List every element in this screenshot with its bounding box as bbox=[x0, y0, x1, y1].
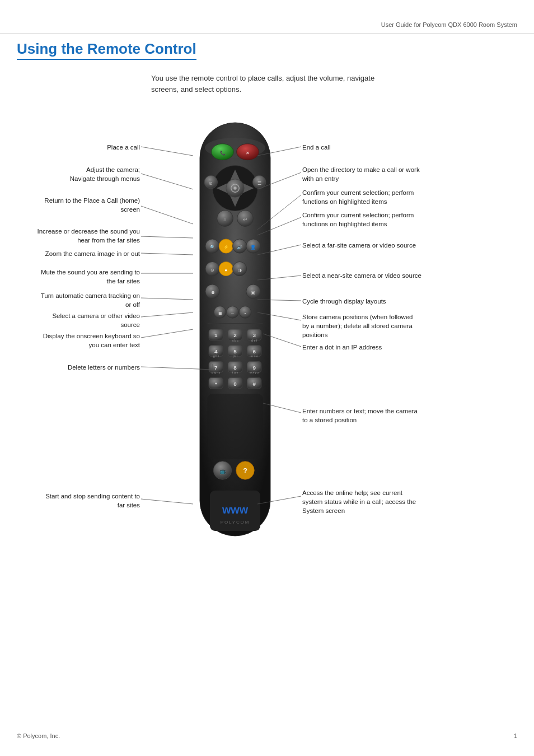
intro-text: You use the remote control to place call… bbox=[151, 73, 386, 95]
svg-text:j k l: j k l bbox=[232, 354, 237, 358]
svg-text:2: 2 bbox=[233, 332, 237, 338]
label-display-layout: Cycle through display layouts bbox=[302, 297, 470, 306]
svg-text:⚡: ⚡ bbox=[223, 244, 229, 250]
svg-text:🔊: 🔊 bbox=[237, 244, 243, 250]
label-delete: Delete letters or numbers bbox=[17, 363, 140, 372]
svg-text:◼: ◼ bbox=[218, 311, 222, 316]
svg-text:⏺: ⏺ bbox=[210, 290, 215, 295]
page-title: Using the Remote Control bbox=[17, 40, 196, 60]
header-rule bbox=[0, 34, 534, 34]
label-directory: Open the directory to make a call or wor… bbox=[302, 165, 470, 183]
header-subtitle: User Guide for Polycom QDX 6000 Room Sys… bbox=[381, 21, 517, 28]
remote-svg: 📞 ✕ ⊙ ☰ ⌂ ↩ 🔍 ⚡ 🔊 👤 ⊙ ● ◑ ⏺ ▣ bbox=[185, 118, 285, 551]
svg-text:m n o: m n o bbox=[250, 354, 257, 358]
label-place-call: Place a call bbox=[17, 143, 140, 152]
label-near-camera: Select a near-site camera or video sourc… bbox=[302, 271, 470, 280]
label-confirm2: Confirm your current selection; performf… bbox=[302, 211, 470, 228]
label-dot: Enter a dot in an IP address bbox=[302, 343, 470, 352]
svg-text:▣: ▣ bbox=[251, 290, 255, 295]
svg-text:8: 8 bbox=[233, 365, 237, 371]
footer-page: 1 bbox=[514, 732, 517, 739]
svg-text:#: # bbox=[252, 381, 256, 387]
svg-text:0: 0 bbox=[233, 381, 237, 387]
svg-rect-79 bbox=[208, 394, 263, 459]
label-far-camera: Select a far-site camera or video source bbox=[302, 241, 470, 250]
label-volume: Increase or decrease the sound youhear f… bbox=[17, 227, 140, 245]
label-keyboard: Display the onscreen keyboard soyou can … bbox=[17, 332, 140, 349]
svg-text:↩: ↩ bbox=[243, 217, 247, 222]
svg-text:⊙: ⊙ bbox=[209, 181, 213, 186]
label-return-home: Return to the Place a Call (home)screen bbox=[17, 196, 140, 214]
label-confirm1: Confirm your current selection; performf… bbox=[302, 188, 470, 206]
svg-text:t u v: t u v bbox=[232, 371, 238, 374]
svg-text:4: 4 bbox=[214, 348, 218, 354]
svg-point-13 bbox=[233, 186, 236, 189]
svg-text:🔍: 🔍 bbox=[210, 244, 216, 250]
label-zoom: Zoom the camera image in or out bbox=[17, 249, 140, 258]
svg-text:◑: ◑ bbox=[238, 268, 242, 273]
label-end-call: End a call bbox=[302, 143, 459, 152]
svg-text:⊙: ⊙ bbox=[210, 268, 214, 273]
label-numbers: Enter numbers or text; move the camerato… bbox=[302, 407, 470, 424]
svg-text:1: 1 bbox=[214, 332, 218, 338]
svg-text:←: ← bbox=[230, 311, 235, 316]
svg-text:6: 6 bbox=[252, 348, 256, 354]
svg-text:●: ● bbox=[224, 268, 227, 273]
label-auto-track: Turn automatic camera tracking onor off bbox=[17, 291, 140, 309]
svg-rect-46 bbox=[208, 323, 263, 324]
svg-text:📺: 📺 bbox=[219, 468, 227, 475]
svg-text:www: www bbox=[222, 503, 249, 516]
svg-text:3: 3 bbox=[252, 332, 256, 338]
svg-text:p q r s: p q r s bbox=[212, 371, 220, 374]
svg-text:5: 5 bbox=[233, 348, 237, 354]
svg-text:?: ? bbox=[243, 467, 247, 475]
svg-text:d e f: d e f bbox=[251, 339, 257, 342]
svg-text:☰: ☰ bbox=[257, 181, 261, 186]
svg-text:👤: 👤 bbox=[250, 244, 256, 250]
svg-text:•: • bbox=[245, 311, 246, 316]
label-content: Start and stop sending content tofar sit… bbox=[17, 492, 140, 510]
label-mute: Mute the sound you are sending tothe far… bbox=[17, 268, 140, 286]
label-adjust-camera: Adjust the camera;Navigate through menus bbox=[17, 165, 140, 183]
svg-text:9: 9 bbox=[252, 365, 256, 371]
svg-text:⌂: ⌂ bbox=[223, 217, 226, 222]
svg-text:7: 7 bbox=[214, 365, 218, 371]
svg-text:g h i: g h i bbox=[213, 354, 219, 358]
svg-text:✕: ✕ bbox=[246, 151, 250, 156]
svg-text:w x y z: w x y z bbox=[249, 371, 259, 374]
svg-text:a b c: a b c bbox=[232, 339, 238, 342]
svg-text:*: * bbox=[215, 381, 217, 387]
svg-text:📞: 📞 bbox=[220, 150, 226, 156]
label-store-camera: Store camera positions (when followedby … bbox=[302, 312, 470, 339]
svg-text:POLYCOM: POLYCOM bbox=[221, 520, 250, 525]
label-help: Access the online help; see currentsyste… bbox=[302, 488, 470, 515]
remote-control: 📞 ✕ ⊙ ☰ ⌂ ↩ 🔍 ⚡ 🔊 👤 ⊙ ● ◑ ⏺ ▣ bbox=[179, 118, 291, 551]
footer-copyright: © Polycom, Inc. bbox=[17, 732, 60, 739]
label-select-camera: Select a camera or other videosource bbox=[17, 311, 140, 329]
